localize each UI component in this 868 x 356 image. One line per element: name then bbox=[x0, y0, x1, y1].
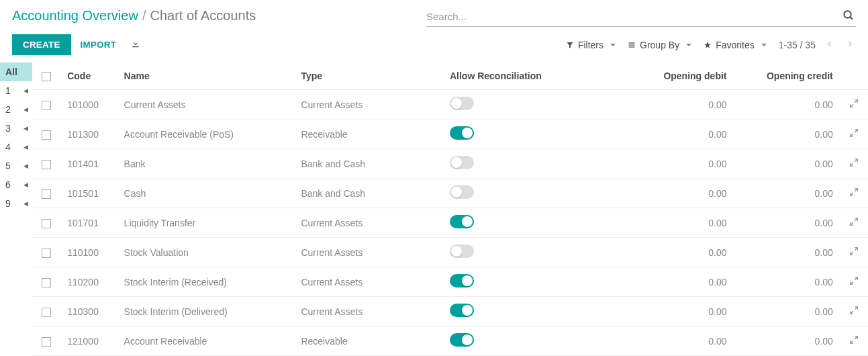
column-header-name[interactable]: Name bbox=[117, 62, 295, 90]
row-checkbox[interactable] bbox=[42, 278, 51, 287]
column-header-credit[interactable]: Opening credit bbox=[734, 62, 840, 90]
reconcile-toggle[interactable] bbox=[450, 244, 474, 258]
expand-row-button[interactable] bbox=[849, 335, 859, 347]
column-header-reconcile[interactable]: Allow Reconciliation bbox=[443, 62, 627, 90]
download-icon[interactable] bbox=[126, 34, 146, 56]
table-row[interactable]: 101300Account Receivable (PoS)Receivable… bbox=[32, 120, 868, 149]
chevron-left-icon: ◀ bbox=[23, 144, 28, 150]
table-row[interactable]: 101501CashBank and Cash0.000.00 bbox=[32, 179, 868, 208]
expand-row-button[interactable] bbox=[849, 276, 859, 287]
side-index-all[interactable]: All bbox=[0, 62, 32, 81]
row-checkbox[interactable] bbox=[42, 219, 51, 228]
side-index-item[interactable]: 4◀ bbox=[0, 138, 32, 157]
side-index-item[interactable]: 9◀ bbox=[0, 194, 32, 213]
expand-row-button[interactable] bbox=[849, 187, 859, 199]
cell-type: Current Assets bbox=[294, 208, 443, 238]
row-checkbox[interactable] bbox=[42, 101, 51, 110]
cell-debit: 0.00 bbox=[627, 208, 733, 238]
toggle-knob bbox=[462, 275, 473, 286]
cell-code: 101300 bbox=[60, 120, 117, 149]
side-index-item[interactable]: 1◀ bbox=[0, 81, 32, 100]
row-checkbox[interactable] bbox=[42, 160, 51, 169]
row-checkbox[interactable] bbox=[42, 308, 51, 317]
cell-reconcile bbox=[443, 149, 627, 179]
side-index-item[interactable]: 6◀ bbox=[0, 175, 32, 194]
expand-icon bbox=[849, 128, 859, 138]
cell-debit: 0.00 bbox=[627, 297, 733, 326]
cell-reconcile bbox=[443, 238, 627, 267]
breadcrumb-separator: / bbox=[142, 8, 146, 24]
table-row[interactable]: 101401BankBank and Cash0.000.00 bbox=[32, 149, 868, 179]
search-icon[interactable] bbox=[841, 8, 856, 25]
table-row[interactable]: 110200Stock Interim (Received)Current As… bbox=[32, 267, 868, 297]
toggle-knob bbox=[462, 335, 473, 345]
cell-credit: 0.00 bbox=[734, 149, 840, 179]
svg-line-14 bbox=[851, 222, 853, 225]
cell-reconcile bbox=[443, 120, 627, 149]
groupby-button[interactable]: Group By bbox=[628, 40, 691, 50]
table-row[interactable]: 110300Stock Interim (Delivered)Current A… bbox=[32, 297, 868, 326]
cell-type: Current Assets bbox=[294, 90, 443, 120]
column-header-type[interactable]: Type bbox=[294, 62, 443, 90]
side-index-item-label: 4 bbox=[5, 142, 11, 152]
side-index-item[interactable]: 5◀ bbox=[0, 157, 32, 175]
svg-line-9 bbox=[855, 159, 857, 162]
column-header-code[interactable]: Code bbox=[60, 62, 117, 90]
row-checkbox[interactable] bbox=[42, 189, 51, 199]
filters-button[interactable]: Filters bbox=[566, 40, 616, 50]
cell-name: Bank bbox=[117, 149, 295, 179]
side-index-item[interactable]: 2◀ bbox=[0, 100, 32, 119]
list-icon bbox=[628, 41, 636, 49]
toggle-knob bbox=[451, 157, 462, 168]
import-button[interactable]: IMPORT bbox=[71, 34, 126, 55]
expand-row-button[interactable] bbox=[849, 158, 859, 169]
expand-icon bbox=[849, 158, 859, 167]
cell-credit: 0.00 bbox=[734, 297, 840, 326]
reconcile-toggle[interactable] bbox=[450, 215, 474, 228]
row-checkbox[interactable] bbox=[42, 130, 51, 140]
expand-row-button[interactable] bbox=[849, 128, 859, 140]
table-row[interactable]: 121000Account ReceivableReceivable0.000.… bbox=[32, 326, 868, 356]
expand-row-button[interactable] bbox=[849, 217, 859, 228]
reconcile-toggle[interactable] bbox=[450, 97, 474, 110]
select-all-checkbox[interactable] bbox=[42, 72, 51, 81]
svg-line-5 bbox=[855, 100, 857, 103]
favorites-label: Favorites bbox=[716, 40, 755, 50]
breadcrumb-current: Chart of Accounts bbox=[150, 8, 256, 24]
table-row[interactable]: 110100Stock ValuationCurrent Assets0.000… bbox=[32, 238, 868, 267]
row-checkbox[interactable] bbox=[42, 337, 51, 347]
reconcile-toggle[interactable] bbox=[450, 185, 474, 199]
pager-label: 1-35 / 35 bbox=[779, 40, 816, 50]
side-index: All 1◀2◀3◀4◀5◀6◀9◀ bbox=[0, 62, 32, 356]
cell-credit: 0.00 bbox=[734, 267, 840, 297]
row-checkbox[interactable] bbox=[42, 249, 51, 258]
reconcile-toggle[interactable] bbox=[450, 304, 474, 317]
table-row[interactable]: 101000Current AssetsCurrent Assets0.000.… bbox=[32, 90, 868, 120]
svg-line-13 bbox=[855, 218, 857, 221]
chevron-left-icon: ◀ bbox=[23, 181, 28, 188]
table-row[interactable]: 101701Liquidity TransferCurrent Assets0.… bbox=[32, 208, 868, 238]
expand-row-button[interactable] bbox=[849, 99, 859, 110]
search-input[interactable] bbox=[426, 11, 841, 22]
pager-prev-button[interactable] bbox=[824, 36, 836, 54]
side-index-item-label: 2 bbox=[5, 104, 11, 115]
breadcrumb-parent-link[interactable]: Accounting Overview bbox=[12, 8, 138, 24]
svg-line-21 bbox=[855, 337, 857, 339]
create-button[interactable]: CREATE bbox=[12, 34, 71, 55]
cell-credit: 0.00 bbox=[734, 238, 840, 267]
expand-row-button[interactable] bbox=[849, 247, 859, 258]
cell-debit: 0.00 bbox=[627, 326, 733, 356]
column-header-debit[interactable]: Opening debit bbox=[627, 62, 733, 90]
reconcile-toggle[interactable] bbox=[450, 333, 474, 347]
side-index-item[interactable]: 3◀ bbox=[0, 119, 32, 138]
reconcile-toggle[interactable] bbox=[450, 156, 474, 169]
reconcile-toggle[interactable] bbox=[450, 126, 474, 140]
cell-name: Account Receivable bbox=[117, 326, 295, 356]
reconcile-toggle[interactable] bbox=[450, 274, 474, 287]
pager-next-button[interactable] bbox=[844, 36, 856, 54]
chevron-left-icon: ◀ bbox=[23, 106, 28, 113]
cell-reconcile bbox=[443, 179, 627, 208]
favorites-button[interactable]: Favorites bbox=[704, 40, 767, 50]
cell-debit: 0.00 bbox=[627, 90, 733, 120]
expand-row-button[interactable] bbox=[849, 306, 859, 317]
